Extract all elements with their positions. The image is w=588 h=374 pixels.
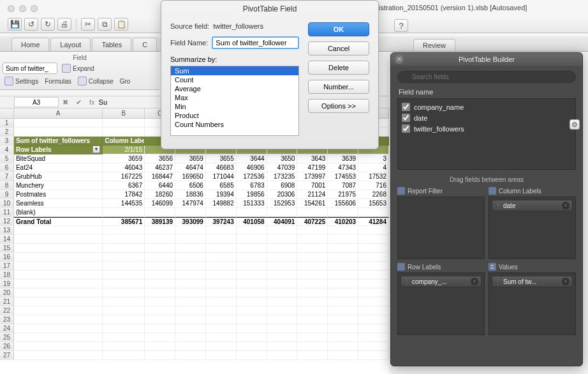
number-button[interactable]: Number...	[308, 80, 369, 94]
cell[interactable]	[145, 244, 175, 253]
cell[interactable]	[103, 226, 145, 235]
builder-search-input[interactable]	[397, 71, 576, 83]
cell[interactable]	[237, 235, 267, 244]
zoom-dot[interactable]	[31, 5, 38, 12]
table-row[interactable]: 11(blank)	[0, 208, 389, 217]
row-label[interactable]: GrubHub	[14, 172, 103, 181]
builder-close-icon[interactable]: ✕	[395, 55, 404, 64]
cell[interactable]: 3659	[103, 154, 145, 163]
close-dot[interactable]	[8, 5, 15, 12]
table-row[interactable]: 24	[0, 324, 389, 333]
cell[interactable]	[103, 333, 145, 342]
cell[interactable]	[14, 244, 103, 253]
cell[interactable]	[14, 306, 103, 315]
cell[interactable]	[206, 297, 237, 306]
row-header[interactable]: 25	[0, 333, 14, 342]
cell[interactable]: 407225	[297, 217, 328, 226]
cell[interactable]	[358, 271, 389, 280]
cell[interactable]: 46237	[145, 163, 175, 172]
cell[interactable]	[206, 280, 237, 288]
cell[interactable]	[358, 324, 389, 333]
cell[interactable]	[297, 315, 328, 324]
cell[interactable]	[14, 315, 103, 324]
cell[interactable]: 174553	[328, 172, 358, 181]
cell[interactable]: 47039	[267, 163, 298, 172]
options-button[interactable]: Options >>	[308, 99, 369, 113]
table-row[interactable]: 5BiteSquad365936563659365536443650364336…	[0, 154, 389, 163]
paste-icon[interactable]: 📋	[114, 18, 128, 31]
cell[interactable]	[297, 280, 328, 288]
cell[interactable]	[328, 271, 358, 280]
cell[interactable]	[175, 333, 206, 342]
cell[interactable]: 7087	[328, 181, 358, 190]
collapse-button[interactable]: Collapse	[76, 76, 115, 86]
cell[interactable]	[145, 235, 175, 244]
table-row[interactable]: 16	[0, 253, 389, 262]
cell[interactable]	[358, 288, 389, 297]
grand-total-label[interactable]: Grand Total	[14, 217, 103, 226]
cell[interactable]: 167225	[103, 172, 145, 181]
cell[interactable]	[297, 235, 328, 244]
copy-icon[interactable]: ⧉	[98, 18, 112, 31]
cell[interactable]	[103, 351, 145, 360]
cell[interactable]: 173997	[297, 172, 328, 181]
cell[interactable]	[237, 208, 267, 217]
cell[interactable]: 3656	[145, 154, 175, 163]
cell[interactable]	[267, 208, 298, 217]
cell[interactable]: 46474	[175, 163, 206, 172]
cell[interactable]: 6506	[175, 181, 206, 190]
cell[interactable]	[358, 280, 389, 288]
cell[interactable]	[14, 333, 103, 342]
val-pill-sum[interactable]: ⋮Sum of tw...i	[492, 276, 573, 287]
cell[interactable]: 389139	[145, 217, 175, 226]
row-header[interactable]: 6	[0, 163, 14, 172]
cell[interactable]: 21124	[297, 190, 328, 199]
row-pill-company[interactable]: ⋮company_...i	[401, 276, 481, 287]
cell[interactable]: 6367	[103, 181, 145, 190]
formula-content[interactable]: Su	[99, 98, 107, 106]
cell[interactable]	[358, 342, 389, 351]
row-header[interactable]: 8	[0, 181, 14, 190]
minimize-dot[interactable]	[19, 5, 26, 12]
cell[interactable]: 3659	[175, 154, 206, 163]
cell[interactable]	[358, 333, 389, 342]
cell[interactable]	[328, 280, 358, 288]
row-header[interactable]: 18	[0, 271, 14, 280]
cell[interactable]: 6783	[237, 181, 267, 190]
report-filter-zone[interactable]	[397, 197, 485, 259]
cut-icon[interactable]: ✂	[81, 18, 95, 31]
row-label[interactable]: Postmates	[14, 190, 103, 199]
cell[interactable]	[14, 235, 103, 244]
cell[interactable]	[175, 351, 206, 360]
cell[interactable]: 41284	[358, 217, 389, 226]
cell[interactable]	[175, 253, 206, 262]
tab-review[interactable]: Review	[413, 39, 455, 51]
cell[interactable]	[206, 333, 237, 342]
row-label[interactable]: BiteSquad	[14, 154, 103, 163]
cell[interactable]	[267, 253, 298, 262]
cell[interactable]	[297, 297, 328, 306]
cell[interactable]	[145, 306, 175, 315]
cell[interactable]: 149882	[206, 199, 237, 208]
column-labels-zone[interactable]: ⋮datei	[489, 197, 576, 259]
cell[interactable]	[297, 306, 328, 315]
cell[interactable]	[328, 235, 358, 244]
cell[interactable]	[175, 226, 206, 235]
cell[interactable]	[145, 208, 175, 217]
cell[interactable]: 47343	[328, 163, 358, 172]
cell[interactable]	[237, 253, 267, 262]
field-checkbox[interactable]	[402, 124, 410, 133]
table-row[interactable]: 7GrubHub16722516844716965017104417253617…	[0, 172, 389, 181]
summarize-option[interactable]: Product	[171, 111, 298, 120]
col-B[interactable]: B	[103, 108, 145, 118]
summarize-option[interactable]: Count Numbers	[171, 120, 298, 129]
table-row[interactable]: 17	[0, 262, 389, 271]
field-list-item[interactable]: twitter_followers	[402, 123, 571, 134]
row-header[interactable]: 2	[0, 128, 14, 137]
cell[interactable]	[358, 351, 389, 360]
cell[interactable]	[297, 244, 328, 253]
active-field-box[interactable]: Sum of twitter_	[3, 63, 57, 74]
cell[interactable]	[237, 306, 267, 315]
cell[interactable]	[358, 208, 389, 217]
table-row[interactable]: 26	[0, 342, 389, 351]
